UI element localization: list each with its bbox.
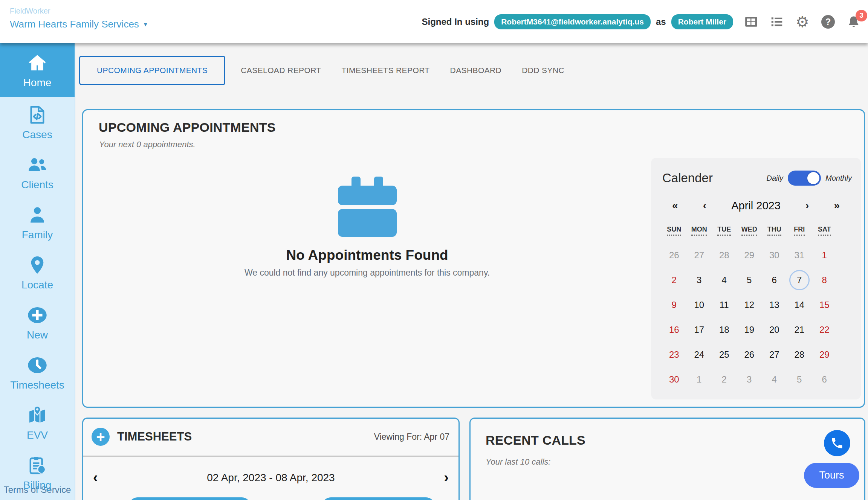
- daily-monthly-toggle[interactable]: [788, 171, 821, 186]
- calendar-day-cell[interactable]: 16: [662, 317, 687, 342]
- top-header: FieldWorker Warm Hearts Family Services …: [0, 0, 868, 43]
- chevron-down-icon: ▼: [143, 21, 148, 27]
- phone-icon: [830, 436, 844, 450]
- calendar-day-cell[interactable]: 28: [787, 342, 812, 367]
- calendar-day-cell[interactable]: 13: [762, 293, 787, 317]
- calendar-day-cell[interactable]: 8: [812, 268, 837, 293]
- calendar-day-cell[interactable]: 22: [812, 317, 837, 342]
- sidebar: HomeCasesClientsFamilyLocateNewTimesheet…: [0, 43, 75, 500]
- company-selector[interactable]: Warm Hearts Family Services ▼: [10, 18, 148, 30]
- sidebar-item-label: Clients: [21, 179, 53, 191]
- calendar-day-cell[interactable]: 27: [762, 342, 787, 367]
- calendar-day-cell[interactable]: 17: [687, 317, 712, 342]
- app-name: FieldWorker: [10, 7, 148, 15]
- sidebar-item-locate[interactable]: Locate: [0, 247, 75, 297]
- help-icon[interactable]: ?: [821, 14, 836, 29]
- calendar-month-label: April 2023: [731, 200, 781, 212]
- sidebar-item-timesheets[interactable]: Timesheets: [0, 348, 75, 398]
- tab-caseload-report[interactable]: CASELOAD REPORT: [231, 66, 331, 75]
- calendar-day-cell[interactable]: 5: [737, 268, 762, 293]
- calendar-day-cell[interactable]: 9: [662, 293, 687, 317]
- appointments-title: UPCOMING APPOINTMENTS: [99, 120, 276, 135]
- calendar-empty-icon: [337, 177, 397, 237]
- tab-timesheets-report[interactable]: TIMESHEETS REPORT: [332, 66, 440, 75]
- calendar-day-cell[interactable]: 2: [662, 268, 687, 293]
- calendar-day-cell[interactable]: 26: [737, 342, 762, 367]
- sidebar-item-clients[interactable]: Clients: [0, 147, 75, 197]
- settings-icon[interactable]: ⚙: [795, 14, 810, 29]
- signed-in-email-badge: RobertM3641@fieldworker.analytiq.us: [494, 14, 651, 29]
- list-icon[interactable]: [769, 14, 784, 29]
- calendar-day-today[interactable]: 7: [787, 268, 812, 293]
- phone-call-button[interactable]: [824, 430, 850, 456]
- sidebar-item-new[interactable]: New: [0, 297, 75, 348]
- toggle-daily-label: Daily: [767, 174, 783, 183]
- calendar-day-cell[interactable]: 1: [812, 243, 837, 268]
- calendar-day-header: FRI: [787, 226, 812, 243]
- week-prev-button[interactable]: ‹: [93, 470, 98, 486]
- sidebar-item-label: Locate: [21, 279, 53, 291]
- signed-in-user-badge: Robert Miller: [671, 14, 733, 29]
- home-icon: [26, 52, 48, 74]
- tours-button[interactable]: Tours: [804, 463, 859, 488]
- family-icon: [26, 204, 48, 226]
- calendar-day-header: SUN: [662, 226, 687, 243]
- calendar-first-button[interactable]: «: [672, 200, 678, 212]
- calendar-day-cell[interactable]: 2: [712, 367, 737, 392]
- sidebar-item-home[interactable]: Home: [0, 43, 75, 97]
- calendar-day-cell[interactable]: 1: [687, 367, 712, 392]
- calendar-day-cell[interactable]: 14: [787, 293, 812, 317]
- calendar-day-cell[interactable]: 4: [712, 268, 737, 293]
- sidebar-item-label: Family: [22, 229, 53, 241]
- sidebar-item-evv[interactable]: EVV: [0, 398, 75, 448]
- tab-ddd-sync[interactable]: DDD SYNC: [512, 66, 575, 75]
- calendar-day-cell[interactable]: 20: [762, 317, 787, 342]
- calendar-day-cell[interactable]: 10: [687, 293, 712, 317]
- tab-upcoming-appointments[interactable]: UPCOMING APPOINTMENTS: [79, 56, 225, 85]
- weekly-worked-hours-badge: Weekly Worked Hours : 0: [322, 497, 435, 500]
- sidebar-item-family[interactable]: Family: [0, 197, 75, 247]
- calendar-last-button[interactable]: »: [834, 200, 840, 212]
- add-timesheet-button[interactable]: +: [92, 428, 110, 446]
- sidebar-item-cases[interactable]: Cases: [0, 97, 75, 147]
- grid-icon[interactable]: [744, 14, 759, 29]
- sidebar-item-label: Cases: [22, 129, 52, 141]
- calendar-day-cell[interactable]: 27: [687, 243, 712, 268]
- sidebar-item-label: Timesheets: [10, 379, 64, 391]
- locate-icon: [26, 254, 48, 276]
- calendar-day-cell[interactable]: 23: [662, 342, 687, 367]
- calendar-day-cell[interactable]: 18: [712, 317, 737, 342]
- calendar-day-cell[interactable]: 30: [662, 367, 687, 392]
- calendar-day-cell[interactable]: 5: [787, 367, 812, 392]
- calendar-prev-button[interactable]: ‹: [703, 200, 706, 212]
- calendar-day-cell[interactable]: 3: [737, 367, 762, 392]
- calendar-day-cell[interactable]: 21: [787, 317, 812, 342]
- timesheets-card: + TIMESHEETS Viewing For: Apr 07 ‹ 02 Ap…: [82, 418, 460, 500]
- calendar-day-cell[interactable]: 31: [787, 243, 812, 268]
- calendar-day-cell[interactable]: 19: [737, 317, 762, 342]
- calendar-day-cell[interactable]: 4: [762, 367, 787, 392]
- sidebar-item-label: Home: [23, 77, 52, 89]
- calendar-day-cell[interactable]: 24: [687, 342, 712, 367]
- tab-dashboard[interactable]: DASHBOARD: [440, 66, 512, 75]
- calendar-next-button[interactable]: ›: [805, 200, 809, 212]
- timesheets-viewing-for: Viewing For: Apr 07: [374, 432, 449, 442]
- calendar-day-cell[interactable]: 3: [687, 268, 712, 293]
- bell-icon[interactable]: 3: [846, 14, 861, 29]
- week-next-button[interactable]: ›: [444, 470, 449, 486]
- calendar-day-cell[interactable]: 28: [712, 243, 737, 268]
- sidebar-item-billing[interactable]: $Billing: [0, 448, 75, 498]
- calendar-day-cell[interactable]: 30: [762, 243, 787, 268]
- calendar-day-cell[interactable]: 6: [812, 367, 837, 392]
- sidebar-item-label: Billing: [23, 479, 52, 491]
- calendar-day-cell[interactable]: 29: [812, 342, 837, 367]
- calendar-day-cell[interactable]: 25: [712, 342, 737, 367]
- calendar-day-cell[interactable]: 11: [712, 293, 737, 317]
- calendar-day-cell[interactable]: 6: [762, 268, 787, 293]
- calendar-day-cell[interactable]: 15: [812, 293, 837, 317]
- calendar-day-cell[interactable]: 12: [737, 293, 762, 317]
- calendar-day-cell[interactable]: 26: [662, 243, 687, 268]
- signed-in-as: as: [656, 17, 666, 27]
- calendar-day-cell[interactable]: 29: [737, 243, 762, 268]
- tab-bar: UPCOMING APPOINTMENTSCASELOAD REPORTTIME…: [79, 56, 575, 85]
